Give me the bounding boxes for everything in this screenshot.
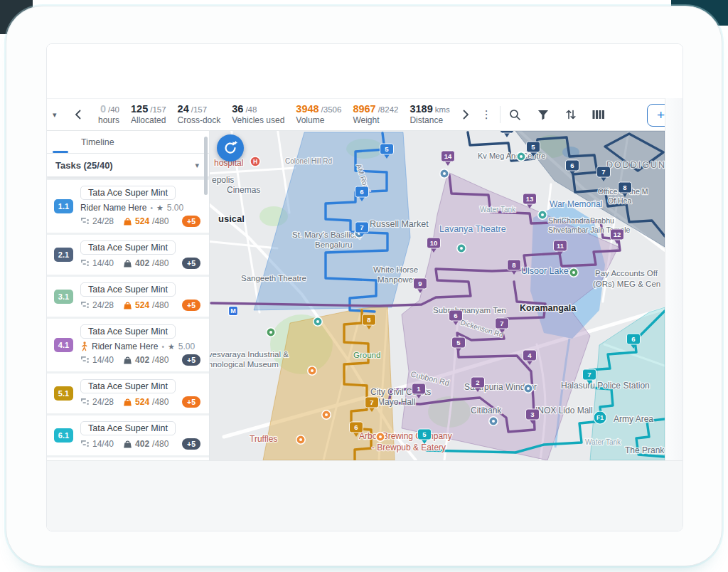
metro-letter: M — [230, 307, 236, 314]
stat-weight: 8967/8242Weight — [353, 103, 398, 127]
task-card[interactable]: 6.1Tata Ace Super Mint14/40402/480+5 — [47, 415, 209, 455]
svg-text:F1: F1 — [596, 414, 604, 421]
vehicle-name[interactable]: Tata Ace Super Mint — [80, 282, 176, 297]
device-screen: ▾ 0/40hours125/157Allocated24/157Cross-d… — [46, 43, 683, 531]
svg-text:5: 5 — [422, 430, 427, 438]
collapse-caret-icon[interactable]: ▾ — [195, 161, 199, 170]
map-label: Arbor Brewing Company — [359, 431, 452, 441]
map-label: Koramangala — [520, 303, 577, 313]
sidebar-tabs: Timeline — [47, 131, 209, 154]
dropdown-caret-icon[interactable]: ▾ — [53, 110, 63, 120]
task-card[interactable]: 2.1Tata Ace Super Mint14/40402/480+5 — [47, 235, 209, 275]
scroll-left-chevron[interactable] — [71, 106, 84, 123]
separator-dot: • — [150, 204, 153, 212]
stat-label: Vehicles used — [232, 115, 284, 126]
vehicle-name[interactable]: Tata Ace Super Mint — [80, 240, 176, 255]
map-marker-southeast-teal[interactable]: F1 — [594, 411, 606, 424]
stops-icon — [80, 440, 90, 448]
stat-cross-dock: 24/157Cross-dock — [178, 103, 221, 127]
map-label: Subrahmanyam Ten — [433, 306, 506, 314]
stat-label: Volume — [296, 115, 341, 126]
star-icon: ★ — [168, 342, 175, 351]
map-label: usical — [218, 213, 245, 224]
route-badge: 5.1 — [54, 386, 73, 401]
poi-dot — [299, 438, 302, 441]
sort-icon[interactable] — [564, 108, 577, 121]
map-label: Of Hea — [608, 196, 631, 205]
filter-icon[interactable] — [537, 108, 550, 121]
stops-count: 14/40 — [80, 258, 114, 268]
task-card[interactable]: 3.1Tata Ace Super Mint24/28524/480+5 — [47, 277, 209, 317]
map-label: epolis — [212, 175, 234, 185]
poi-dot — [527, 387, 530, 390]
map-canvas[interactable]: hospitalColonel Hill RdAM RoadepolisCine… — [210, 131, 665, 460]
stops-icon — [80, 259, 90, 268]
svg-text:7: 7 — [601, 168, 605, 176]
svg-text:1: 1 — [417, 385, 421, 393]
poi-dot — [311, 369, 314, 372]
stat-value: 125 — [131, 103, 148, 115]
vehicle-name[interactable]: Tata Ace Super Mint — [80, 421, 176, 435]
map-label: (ORs) MEG & Cen — [593, 280, 660, 288]
card-stats-line: 24/28524/480+5 — [80, 216, 203, 227]
stat-value: 8967 — [353, 103, 375, 115]
vehicle-name[interactable]: Tata Ace Super Mint — [80, 379, 176, 393]
vehicle-name[interactable]: Tata Ace Super Mint — [80, 324, 176, 339]
svg-text:7: 7 — [500, 319, 503, 327]
svg-text:7: 7 — [360, 223, 363, 231]
task-card[interactable]: 4.1Tata Ace Super MintRider Name Here•★5… — [47, 319, 209, 371]
map-label: Colonel Hill Rd — [285, 157, 332, 165]
route-badge: 3.1 — [54, 290, 73, 304]
page: ▾ 0/40hours125/157Allocated24/157Cross-d… — [0, 0, 728, 572]
vehicle-name[interactable]: Tata Ace Super Mint — [80, 186, 176, 200]
sidebar-scrollbar[interactable] — [204, 137, 208, 195]
more-options-icon[interactable]: ⋮ — [481, 108, 491, 121]
stops-count: 24/28 — [80, 397, 114, 407]
stat-label: Distance — [410, 115, 449, 126]
task-card[interactable]: 1.1Tata Ace Super MintRider Name Here•★5… — [47, 180, 209, 233]
map-label: Ulsoor Lake — [521, 266, 569, 276]
map-label: Ground — [353, 351, 380, 359]
svg-text:8: 8 — [623, 184, 626, 191]
map-label: - Brewpub & Eatery — [372, 443, 446, 452]
tasks-count-label: Tasks (25/40) — [55, 160, 113, 171]
stat-distance: 3189kmsDistance — [410, 103, 449, 127]
stat-denominator: /40 — [108, 105, 119, 114]
separator-dot: • — [161, 343, 164, 351]
tab-timeline[interactable]: Timeline — [81, 137, 114, 147]
map-label: Citibank — [471, 406, 502, 415]
svg-text:12: 12 — [614, 231, 621, 238]
route-badge: 1.1 — [54, 199, 73, 213]
tasks-section-header[interactable]: Tasks (25/40) ▾ — [47, 154, 209, 177]
load-bag-icon — [123, 259, 132, 268]
collapsed-right-panel — [665, 98, 683, 460]
scroll-right-chevron[interactable] — [460, 106, 473, 123]
svg-text:6: 6 — [570, 161, 574, 169]
task-card[interactable]: 5.1Tata Ace Super Mint24/28524/480+5 — [47, 374, 209, 413]
map-label: Mayo Hall — [378, 397, 415, 407]
stat-value: 24 — [178, 103, 189, 115]
svg-text:4: 4 — [505, 131, 509, 132]
svg-text:5: 5 — [385, 145, 389, 153]
poi-dot — [541, 213, 544, 216]
search-icon[interactable] — [509, 108, 522, 121]
refresh-routes-button[interactable] — [217, 134, 244, 161]
card-stats-line: 14/40402/480+5 — [80, 438, 203, 450]
tablet-frame: ▾ 0/40hours125/157Allocated24/157Cross-d… — [6, 6, 722, 566]
load-bag-icon — [123, 356, 132, 365]
load-count: 524/480 — [123, 216, 168, 226]
rider-line: Rider Name Here•★5.00 — [80, 203, 203, 213]
map-label: DODDIGUNTA — [606, 160, 665, 170]
route-badge: 6.1 — [54, 428, 73, 443]
route-map[interactable]: hospitalColonel Hill RdAM RoadepolisCine… — [210, 131, 665, 460]
walking-rider-icon — [80, 341, 88, 351]
stops-count: 24/28 — [80, 300, 114, 310]
stops-icon — [80, 301, 90, 309]
svg-text:6: 6 — [354, 423, 358, 431]
poi-dot — [379, 435, 382, 438]
map-label: Water Tank — [585, 438, 621, 446]
columns-icon[interactable] — [592, 108, 605, 121]
stat-denominator: /8242 — [378, 105, 399, 114]
poi-dot — [520, 155, 523, 158]
load-count: 524/480 — [123, 300, 168, 310]
